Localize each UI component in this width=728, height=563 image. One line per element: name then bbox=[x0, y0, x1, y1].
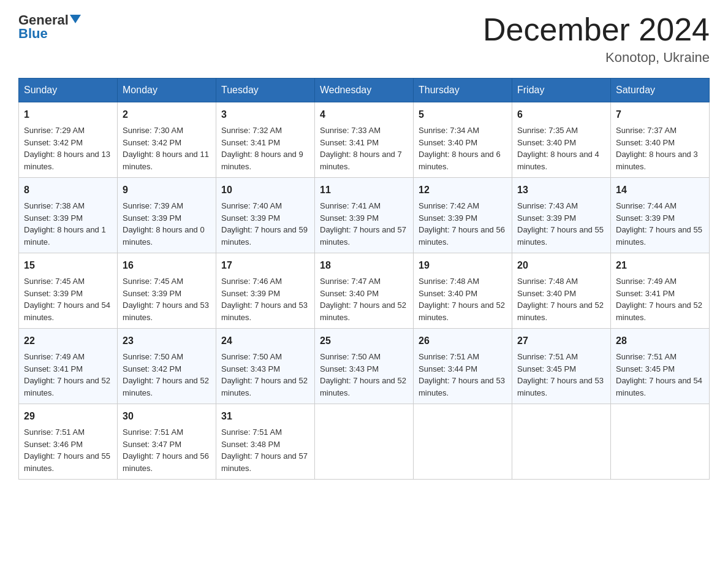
day-number: 21 bbox=[616, 258, 704, 273]
day-number: 22 bbox=[24, 334, 112, 348]
day-info: Sunrise: 7:51 AMSunset: 3:44 PMDaylight:… bbox=[419, 352, 505, 397]
day-cell: 10Sunrise: 7:40 AMSunset: 3:39 PMDayligh… bbox=[216, 178, 315, 253]
day-cell: 23Sunrise: 7:50 AMSunset: 3:42 PMDayligh… bbox=[118, 329, 216, 404]
day-cell: 27Sunrise: 7:51 AMSunset: 3:45 PMDayligh… bbox=[512, 329, 611, 404]
day-cell: 22Sunrise: 7:49 AMSunset: 3:41 PMDayligh… bbox=[19, 329, 118, 404]
day-number: 19 bbox=[419, 258, 507, 273]
day-number: 13 bbox=[517, 183, 605, 197]
day-info: Sunrise: 7:43 AMSunset: 3:39 PMDaylight:… bbox=[517, 201, 604, 247]
day-info: Sunrise: 7:37 AMSunset: 3:40 PMDaylight:… bbox=[616, 126, 698, 171]
header-day-sunday: Sunday bbox=[19, 79, 118, 102]
day-cell: 7Sunrise: 7:37 AMSunset: 3:40 PMDaylight… bbox=[611, 102, 710, 178]
day-cell: 18Sunrise: 7:47 AMSunset: 3:40 PMDayligh… bbox=[315, 253, 414, 329]
calendar-table: SundayMondayTuesdayWednesdayThursdayFrid… bbox=[18, 78, 710, 480]
day-number: 16 bbox=[123, 258, 211, 273]
day-info: Sunrise: 7:50 AMSunset: 3:43 PMDaylight:… bbox=[320, 352, 406, 397]
day-info: Sunrise: 7:45 AMSunset: 3:39 PMDaylight:… bbox=[123, 277, 209, 322]
week-row-3: 15Sunrise: 7:45 AMSunset: 3:39 PMDayligh… bbox=[19, 253, 710, 329]
day-cell: 19Sunrise: 7:48 AMSunset: 3:40 PMDayligh… bbox=[414, 253, 512, 329]
day-cell bbox=[315, 404, 414, 480]
day-cell: 21Sunrise: 7:49 AMSunset: 3:41 PMDayligh… bbox=[611, 253, 710, 329]
day-cell: 28Sunrise: 7:51 AMSunset: 3:45 PMDayligh… bbox=[611, 329, 710, 404]
day-info: Sunrise: 7:44 AMSunset: 3:39 PMDaylight:… bbox=[616, 201, 702, 247]
day-number: 23 bbox=[123, 334, 211, 348]
day-info: Sunrise: 7:47 AMSunset: 3:40 PMDaylight:… bbox=[320, 277, 406, 322]
day-cell: 3Sunrise: 7:32 AMSunset: 3:41 PMDaylight… bbox=[216, 102, 315, 178]
week-row-4: 22Sunrise: 7:49 AMSunset: 3:41 PMDayligh… bbox=[19, 329, 710, 404]
logo: General Blue bbox=[18, 12, 81, 42]
day-cell: 24Sunrise: 7:50 AMSunset: 3:43 PMDayligh… bbox=[216, 329, 315, 404]
day-cell: 4Sunrise: 7:33 AMSunset: 3:41 PMDaylight… bbox=[315, 102, 414, 178]
header-day-thursday: Thursday bbox=[414, 79, 512, 102]
day-cell: 26Sunrise: 7:51 AMSunset: 3:44 PMDayligh… bbox=[414, 329, 512, 404]
day-cell: 14Sunrise: 7:44 AMSunset: 3:39 PMDayligh… bbox=[611, 178, 710, 253]
day-info: Sunrise: 7:46 AMSunset: 3:39 PMDaylight:… bbox=[221, 277, 308, 322]
day-info: Sunrise: 7:34 AMSunset: 3:40 PMDaylight:… bbox=[419, 126, 501, 171]
month-title: December 2024 bbox=[483, 12, 710, 47]
day-number: 10 bbox=[221, 183, 309, 197]
day-info: Sunrise: 7:33 AMSunset: 3:41 PMDaylight:… bbox=[320, 126, 402, 171]
day-number: 20 bbox=[517, 258, 605, 273]
day-cell: 15Sunrise: 7:45 AMSunset: 3:39 PMDayligh… bbox=[19, 253, 118, 329]
day-number: 29 bbox=[24, 409, 112, 424]
day-info: Sunrise: 7:35 AMSunset: 3:40 PMDaylight:… bbox=[517, 126, 599, 171]
day-cell: 9Sunrise: 7:39 AMSunset: 3:39 PMDaylight… bbox=[118, 178, 216, 253]
day-cell bbox=[512, 404, 611, 480]
header-day-monday: Monday bbox=[118, 79, 216, 102]
day-number: 11 bbox=[320, 183, 408, 197]
day-info: Sunrise: 7:42 AMSunset: 3:39 PMDaylight:… bbox=[419, 201, 505, 247]
day-info: Sunrise: 7:51 AMSunset: 3:46 PMDaylight:… bbox=[24, 427, 110, 473]
day-info: Sunrise: 7:49 AMSunset: 3:41 PMDaylight:… bbox=[616, 277, 702, 322]
page-header: General Blue December 2024 Konotop, Ukra… bbox=[18, 12, 710, 66]
day-number: 24 bbox=[221, 334, 309, 348]
day-info: Sunrise: 7:41 AMSunset: 3:39 PMDaylight:… bbox=[320, 201, 406, 247]
day-info: Sunrise: 7:48 AMSunset: 3:40 PMDaylight:… bbox=[419, 277, 505, 322]
day-cell: 17Sunrise: 7:46 AMSunset: 3:39 PMDayligh… bbox=[216, 253, 315, 329]
day-number: 7 bbox=[616, 107, 704, 122]
day-cell bbox=[414, 404, 512, 480]
day-cell: 11Sunrise: 7:41 AMSunset: 3:39 PMDayligh… bbox=[315, 178, 414, 253]
day-cell: 1Sunrise: 7:29 AMSunset: 3:42 PMDaylight… bbox=[19, 102, 118, 178]
day-info: Sunrise: 7:39 AMSunset: 3:39 PMDaylight:… bbox=[123, 201, 205, 247]
day-number: 25 bbox=[320, 334, 408, 348]
week-row-1: 1Sunrise: 7:29 AMSunset: 3:42 PMDaylight… bbox=[19, 102, 710, 178]
day-info: Sunrise: 7:29 AMSunset: 3:42 PMDaylight:… bbox=[24, 126, 110, 171]
header-row: SundayMondayTuesdayWednesdayThursdayFrid… bbox=[19, 79, 710, 102]
day-info: Sunrise: 7:32 AMSunset: 3:41 PMDaylight:… bbox=[221, 126, 303, 171]
day-number: 27 bbox=[517, 334, 605, 348]
day-number: 17 bbox=[221, 258, 309, 273]
logo-blue: Blue bbox=[18, 26, 48, 42]
day-info: Sunrise: 7:48 AMSunset: 3:40 PMDaylight:… bbox=[517, 277, 604, 322]
day-number: 30 bbox=[123, 409, 211, 424]
day-number: 28 bbox=[616, 334, 704, 348]
day-info: Sunrise: 7:40 AMSunset: 3:39 PMDaylight:… bbox=[221, 201, 308, 247]
day-cell: 5Sunrise: 7:34 AMSunset: 3:40 PMDaylight… bbox=[414, 102, 512, 178]
day-number: 9 bbox=[123, 183, 211, 197]
day-number: 1 bbox=[24, 107, 112, 122]
day-cell: 31Sunrise: 7:51 AMSunset: 3:48 PMDayligh… bbox=[216, 404, 315, 480]
location: Konotop, Ukraine bbox=[483, 50, 710, 66]
logo-triangle-icon bbox=[70, 15, 81, 23]
day-cell: 25Sunrise: 7:50 AMSunset: 3:43 PMDayligh… bbox=[315, 329, 414, 404]
day-number: 2 bbox=[123, 107, 211, 122]
day-number: 18 bbox=[320, 258, 408, 273]
day-info: Sunrise: 7:51 AMSunset: 3:48 PMDaylight:… bbox=[221, 427, 308, 473]
week-row-5: 29Sunrise: 7:51 AMSunset: 3:46 PMDayligh… bbox=[19, 404, 710, 480]
day-number: 12 bbox=[419, 183, 507, 197]
day-cell: 13Sunrise: 7:43 AMSunset: 3:39 PMDayligh… bbox=[512, 178, 611, 253]
day-cell: 30Sunrise: 7:51 AMSunset: 3:47 PMDayligh… bbox=[118, 404, 216, 480]
title-area: December 2024 Konotop, Ukraine bbox=[483, 12, 710, 66]
header-day-wednesday: Wednesday bbox=[315, 79, 414, 102]
day-number: 3 bbox=[221, 107, 309, 122]
header-day-tuesday: Tuesday bbox=[216, 79, 315, 102]
day-cell: 16Sunrise: 7:45 AMSunset: 3:39 PMDayligh… bbox=[118, 253, 216, 329]
day-info: Sunrise: 7:51 AMSunset: 3:47 PMDaylight:… bbox=[123, 427, 209, 473]
day-cell: 29Sunrise: 7:51 AMSunset: 3:46 PMDayligh… bbox=[19, 404, 118, 480]
day-cell: 12Sunrise: 7:42 AMSunset: 3:39 PMDayligh… bbox=[414, 178, 512, 253]
day-number: 31 bbox=[221, 409, 309, 424]
day-cell bbox=[611, 404, 710, 480]
week-row-2: 8Sunrise: 7:38 AMSunset: 3:39 PMDaylight… bbox=[19, 178, 710, 253]
day-info: Sunrise: 7:38 AMSunset: 3:39 PMDaylight:… bbox=[24, 201, 106, 247]
day-cell: 8Sunrise: 7:38 AMSunset: 3:39 PMDaylight… bbox=[19, 178, 118, 253]
day-info: Sunrise: 7:45 AMSunset: 3:39 PMDaylight:… bbox=[24, 277, 110, 322]
